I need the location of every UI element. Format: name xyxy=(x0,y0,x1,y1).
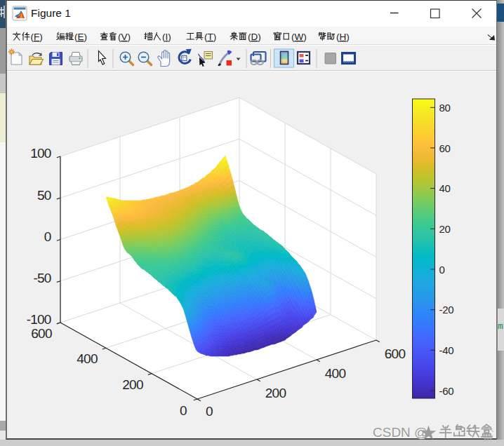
svg-text:CSDN @: CSDN @ xyxy=(373,425,427,440)
svg-text:m: m xyxy=(498,321,503,332)
